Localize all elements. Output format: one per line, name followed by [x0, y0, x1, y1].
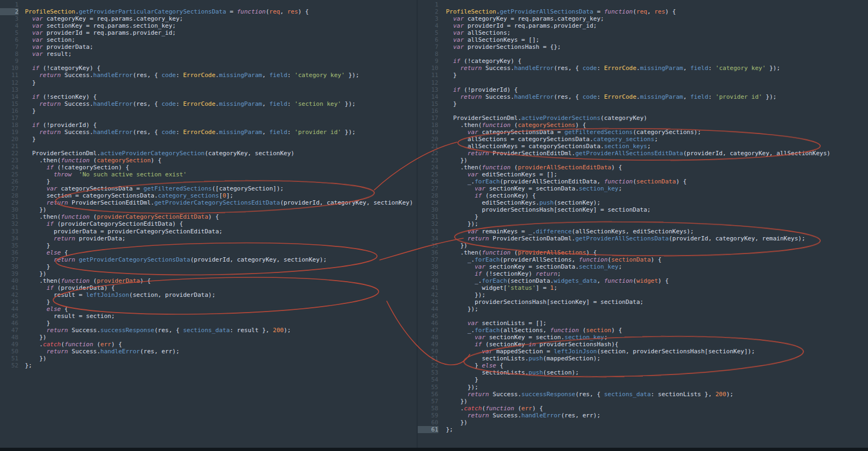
code-line[interactable]: 31 .then(function (providerCategorySecti…: [0, 213, 417, 220]
code-line[interactable]: 34 return providerData;: [0, 235, 417, 242]
code-line[interactable]: 54 }: [418, 376, 868, 383]
code-text[interactable]: allSections = categorySectionsData.categ…: [446, 136, 868, 143]
code-text[interactable]: }): [25, 355, 417, 362]
code-text[interactable]: .catch(function (err) {: [446, 405, 868, 412]
code-area-right[interactable]: 12ProfileSection.getProviderAllSectionsD…: [418, 0, 868, 433]
code-line[interactable]: 52 } else {: [418, 362, 868, 369]
code-text[interactable]: editSectionKeys.push(sectionKey);: [446, 199, 868, 206]
code-line[interactable]: 22 ProviderSectionDml.activeProviderCate…: [0, 150, 417, 157]
code-line[interactable]: 28 if (sectionKey) {: [418, 192, 868, 199]
code-text[interactable]: if (!providerId) {: [25, 122, 417, 129]
code-line[interactable]: 19 var categorySectionsData = getFiltere…: [418, 129, 868, 136]
code-line[interactable]: 10 if (!categoryKey) {: [0, 65, 417, 72]
code-text[interactable]: var sectionKey = req.params.section_key;: [25, 22, 417, 29]
code-line[interactable]: 37 _.forEach(providerAllSections, functi…: [418, 256, 868, 263]
code-text[interactable]: [25, 1, 417, 8]
code-text[interactable]: .then(function (providerAllSectionEditDa…: [446, 164, 868, 171]
code-text[interactable]: widget['status'] = 1;: [446, 284, 868, 291]
code-text[interactable]: var sectionKey = sectionData.section_key…: [446, 185, 868, 192]
code-line[interactable]: 55 });: [418, 384, 868, 391]
code-text[interactable]: var mappedSection = leftJoinJson(section…: [446, 348, 868, 355]
code-text[interactable]: var remainKeys = _.difference(allSection…: [446, 228, 868, 235]
code-line[interactable]: 6 var section;: [0, 36, 417, 43]
code-text[interactable]: }: [446, 100, 868, 107]
code-line[interactable]: 33 var remainKeys = _.difference(allSect…: [418, 228, 868, 235]
code-line[interactable]: 9: [0, 58, 417, 65]
code-line[interactable]: 27 var categorySectionsData = getFiltere…: [0, 185, 417, 192]
code-text[interactable]: var providerData;: [25, 43, 417, 50]
code-line[interactable]: 14 return Success.handleError(res, { cod…: [418, 93, 868, 100]
code-text[interactable]: if (sectionKey in providerSectionsHash){: [446, 341, 868, 348]
code-text[interactable]: }): [25, 270, 417, 277]
code-line[interactable]: 4 var providerId = req.params.provider_i…: [418, 22, 868, 29]
code-line[interactable]: 45 result = section;: [0, 313, 417, 320]
code-line[interactable]: 4 var sectionKey = req.params.section_ke…: [0, 22, 417, 29]
code-line[interactable]: 15 return Success.handleError(res, { cod…: [0, 100, 417, 107]
code-line[interactable]: 42 });: [418, 291, 868, 298]
code-text[interactable]: var categoryKey = req.params.category_ke…: [446, 15, 868, 22]
code-text[interactable]: }): [446, 157, 868, 164]
code-text[interactable]: if (!sectionKey) {: [25, 93, 417, 100]
code-text[interactable]: sectionLists.push(mappedSection);: [446, 355, 868, 362]
code-text[interactable]: var sectionKey = section.section_key;: [446, 334, 868, 341]
code-text[interactable]: .then(function (categorySections) {: [446, 122, 868, 129]
code-panel-left[interactable]: 12ProfileSection.getProviderParticularCa…: [0, 0, 417, 448]
code-line[interactable]: 60 }): [418, 419, 868, 426]
code-text[interactable]: var editSectionKeys = [];: [446, 171, 868, 178]
code-line[interactable]: 27 var sectionKey = sectionData.section_…: [418, 185, 868, 192]
code-text[interactable]: }: [446, 72, 868, 79]
code-line[interactable]: 47 _.forEach(allSections, function (sect…: [418, 327, 868, 334]
code-line[interactable]: 49 if (sectionKey in providerSectionsHas…: [418, 341, 868, 348]
code-line[interactable]: 57 }): [418, 398, 868, 405]
code-text[interactable]: [25, 86, 417, 93]
code-text[interactable]: });: [446, 220, 868, 227]
code-line[interactable]: 44 else {: [0, 306, 417, 313]
code-text[interactable]: _.forEach(sectionData.widgets_data, func…: [446, 277, 868, 284]
code-text[interactable]: }: [25, 136, 417, 143]
code-text[interactable]: });: [446, 291, 868, 298]
code-text[interactable]: allSectionKeys = categorySectionsData.se…: [446, 143, 868, 150]
code-line[interactable]: 36 .then(function (providerAllSections) …: [418, 249, 868, 256]
code-text[interactable]: .then(function (providerAllSections) {: [446, 249, 868, 256]
code-line[interactable]: 1: [418, 1, 868, 8]
code-text[interactable]: }: [25, 263, 417, 270]
code-line[interactable]: 5 var allSections;: [418, 29, 868, 36]
code-line[interactable]: 26 _.forEach(providerAllSectionEditData,…: [418, 178, 868, 185]
code-text[interactable]: [25, 115, 417, 122]
code-line[interactable]: 45: [418, 313, 868, 320]
code-line[interactable]: 43 }: [0, 298, 417, 306]
code-line[interactable]: 34 return ProviderSectionDataDml.getProv…: [418, 235, 868, 242]
code-text[interactable]: }: [25, 320, 417, 327]
code-text[interactable]: }: [25, 242, 417, 249]
code-line[interactable]: 48 var sectionKey = section.section_key;: [418, 334, 868, 341]
code-text[interactable]: .then(function (providerCategorySectionE…: [25, 213, 417, 220]
code-line[interactable]: 41 widget['status'] = 1;: [418, 284, 868, 291]
code-text[interactable]: var categorySectionsData = getFilteredSe…: [25, 185, 417, 192]
code-text[interactable]: return Success.handleError(res, err);: [446, 412, 868, 419]
code-text[interactable]: return Success.successResponse(res, { se…: [25, 327, 417, 334]
code-line[interactable]: 11 return Success.handleError(res, { cod…: [0, 72, 417, 79]
code-text[interactable]: return Success.handleError(res, { code: …: [446, 65, 868, 72]
code-line[interactable]: 37 return getProviderCategorySectionsDat…: [0, 256, 417, 263]
code-line[interactable]: 2ProfileSection.getProviderParticularCat…: [0, 8, 417, 15]
code-line[interactable]: 16: [418, 107, 868, 115]
code-text[interactable]: if (!categoryKey) {: [25, 65, 417, 72]
code-text[interactable]: section = categorySectionsData.category_…: [25, 192, 417, 199]
code-line[interactable]: 7 var providerSectionsHash = {};: [418, 43, 868, 50]
code-panel-right[interactable]: 12ProfileSection.getProviderAllSectionsD…: [417, 0, 868, 448]
code-text[interactable]: }): [446, 242, 868, 249]
code-line[interactable]: 24 if (!categorySection) {: [0, 164, 417, 171]
code-text[interactable]: return Success.handleError(res, { code: …: [25, 100, 417, 107]
code-text[interactable]: return providerData;: [25, 235, 417, 242]
code-line[interactable]: 29 editSectionKeys.push(sectionKey);: [418, 199, 868, 206]
code-line[interactable]: 1: [0, 1, 417, 8]
code-line[interactable]: 30 }): [0, 206, 417, 213]
code-line[interactable]: 23 }): [418, 157, 868, 164]
code-line[interactable]: 35 }: [0, 242, 417, 249]
code-line[interactable]: 40 _.forEach(sectionData.widgets_data, f…: [418, 277, 868, 284]
code-text[interactable]: var sectionKey = sectionData.section_key…: [446, 263, 868, 270]
code-line[interactable]: 9 if (!categoryKey) {: [418, 58, 868, 65]
code-line[interactable]: 46 }: [0, 320, 417, 327]
code-text[interactable]: _.forEach(providerAllSectionEditData, fu…: [446, 178, 868, 185]
code-text[interactable]: }: [446, 376, 868, 383]
